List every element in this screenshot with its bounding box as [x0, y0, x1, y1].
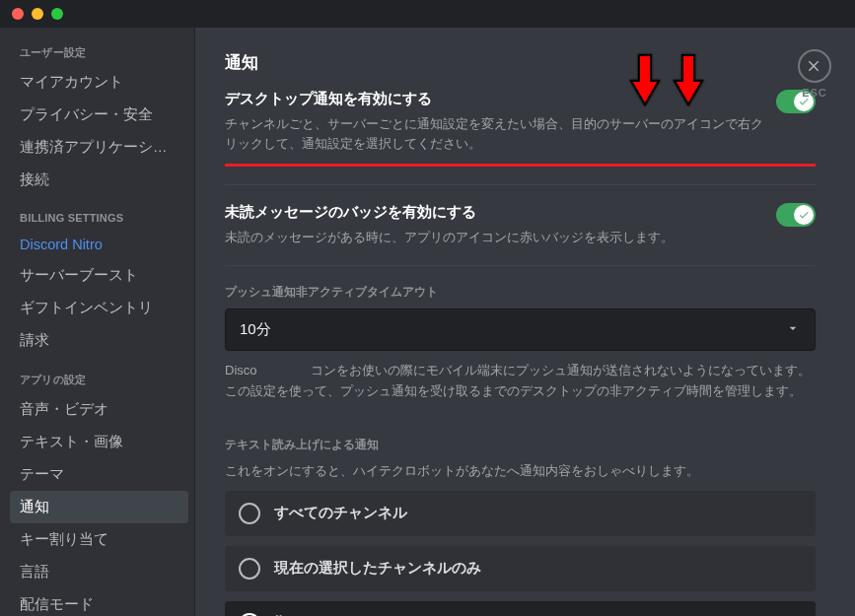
close-icon: [807, 58, 822, 74]
setting-unread-badge: 未読メッセージのバッジを有効にする 未読のメッセージがある時に、アプリのアイコン…: [225, 203, 816, 247]
sidebar-item[interactable]: サーバーブースト: [10, 259, 188, 292]
sidebar-section-header: BILLING SETTINGS: [10, 206, 188, 230]
radio-option[interactable]: 現在の選択したチャンネルのみ: [225, 546, 816, 591]
sidebar-item[interactable]: 言語: [10, 556, 188, 588]
traffic-light-zoom[interactable]: [51, 8, 63, 20]
sidebar-item[interactable]: 請求: [10, 324, 188, 357]
sidebar-item[interactable]: マイアカウント: [10, 66, 188, 99]
close-button[interactable]: [798, 49, 831, 83]
setting-description: 未読のメッセージがある時に、アプリのアイコンに赤いバッジを表示します。: [225, 228, 674, 247]
setting-desktop-notifications: デスクトップ通知を有効にする チャンネルごと、サーバーごとに通知設定を変えたい場…: [225, 90, 816, 154]
traffic-light-close[interactable]: [12, 8, 24, 20]
traffic-light-minimize[interactable]: [32, 8, 43, 20]
chevron-down-icon: [785, 320, 801, 339]
select-value: 10分: [240, 320, 271, 339]
sidebar-section-header: ユーザー設定: [10, 39, 188, 66]
sidebar-item[interactable]: テキスト・画像: [10, 426, 188, 458]
tts-description: これをオンにすると、ハイテクロボットがあなたへ通知内容をおしゃべりします。: [225, 461, 816, 481]
sidebar-item[interactable]: プライバシー・安全: [10, 99, 188, 131]
radio-label: すべてのチャンネル: [274, 504, 407, 522]
select-push-timeout[interactable]: 10分: [225, 308, 816, 351]
divider: [225, 184, 816, 185]
sidebar-item[interactable]: キー割り当て: [10, 523, 188, 556]
sidebar-item[interactable]: Discord Nitro: [10, 230, 188, 259]
radio-option[interactable]: すべてのチャンネル: [225, 491, 816, 536]
divider: [225, 265, 816, 266]
field-label-timeout: プッシュ通知非アクティブタイムアウト: [225, 284, 816, 301]
esc-label: ESC: [798, 87, 831, 99]
check-icon: [798, 209, 810, 221]
setting-title: 未読メッセージのバッジを有効にする: [225, 203, 674, 222]
field-label-tts: テキスト読み上げによる通知: [225, 437, 816, 453]
toggle-unread-badge[interactable]: [776, 203, 816, 227]
radio-option[interactable]: 期限なし: [225, 601, 816, 616]
sidebar-item[interactable]: 音声・ビデオ: [10, 393, 188, 426]
sidebar-section-header: アプリの設定: [10, 367, 188, 393]
setting-title: デスクトップ通知を有効にする: [225, 90, 764, 108]
page-title: 通知: [225, 51, 816, 74]
sidebar-item[interactable]: 連携済アプリケーショ…: [10, 131, 188, 164]
settings-sidebar: ユーザー設定マイアカウントプライバシー・安全連携済アプリケーショ…接続BILLI…: [0, 28, 195, 616]
radio-label: 現在の選択したチャンネルのみ: [274, 559, 481, 578]
sidebar-item[interactable]: 接続: [10, 164, 188, 196]
sidebar-item[interactable]: 配信モード: [10, 588, 188, 616]
sidebar-item[interactable]: テーマ: [10, 458, 188, 491]
close-settings: ESC: [798, 49, 831, 99]
setting-description: チャンネルごと、サーバーごとに通知設定を変えたい場合、目的のサーバーのアイコンで…: [225, 114, 764, 154]
radio-icon: [239, 558, 260, 580]
annotation-underline: [225, 164, 816, 167]
sidebar-item[interactable]: 通知: [10, 491, 188, 523]
sidebar-item[interactable]: ギフトインベントリ: [10, 292, 188, 324]
tts-radio-group: すべてのチャンネル現在の選択したチャンネルのみ期限なし: [225, 491, 816, 616]
radio-icon: [239, 503, 260, 524]
window-titlebar: [0, 0, 855, 28]
settings-content: 通知 デスクトップ通知を有効にする チャンネルごと、サーバーごとに通知設定を変え…: [195, 28, 855, 616]
timeout-note: Disco コンをお使いの際にモバイル端末にプッシュ通知が送信されないようになっ…: [225, 361, 816, 400]
toggle-knob: [794, 205, 814, 225]
